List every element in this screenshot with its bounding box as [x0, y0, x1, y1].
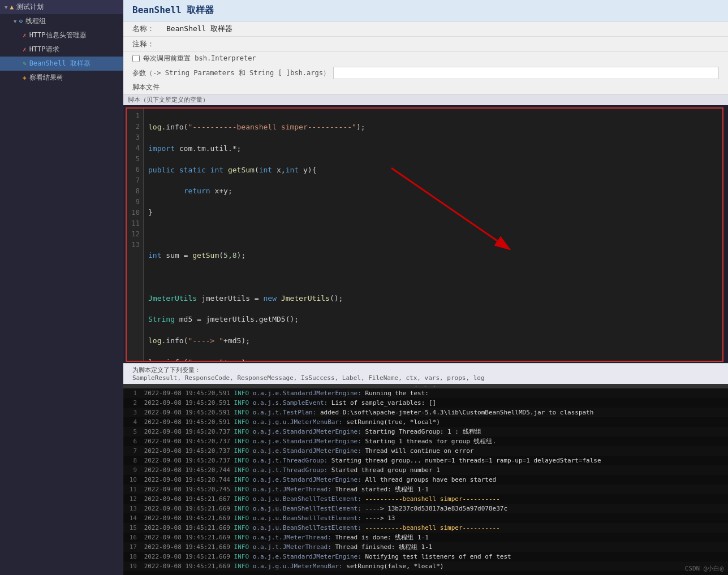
params-label: 参数（-> String Parameters 和 String [ ]bsh.… [132, 68, 330, 78]
name-row: 名称： BeanShell 取样器 [123, 21, 728, 37]
sidebar-item-label-http-request: HTTP请求 [29, 45, 59, 54]
sidebar-item-label-thread-group: 线程组 [25, 16, 46, 26]
log-line: 18 2022-09-08 19:45:21,669 INFO o.a.j.e.… [123, 552, 728, 561]
code-section-header: 脚本（贝下文所定义的空量） [123, 94, 728, 105]
http-header-icon: ✗ [23, 32, 27, 39]
config-panel: BeanShell 取样器 名称： BeanShell 取样器 注释： 每次调用… [123, 0, 728, 94]
log-line: 15 2022-09-08 19:45:21,669 INFO o.a.j.u.… [123, 523, 728, 533]
right-panel: BeanShell 取样器 名称： BeanShell 取样器 注释： 每次调用… [123, 0, 728, 575]
log-line: 4 2022-09-08 19:45:20,591 INFO o.a.j.g.u… [123, 417, 728, 427]
divider-handle[interactable]: · · · [123, 384, 728, 388]
log-line: 14 2022-09-08 19:45:21,669 INFO o.a.j.u.… [123, 513, 728, 523]
log-line: 11 2022-09-08 19:45:20,745 INFO o.a.j.t.… [123, 485, 728, 494]
collapse-arrow-icon: ▼ [5, 5, 7, 10]
comment-label: 注释： [132, 39, 166, 49]
variables-title: 为脚本定义了下列变量： [132, 366, 719, 374]
sidebar-item-result-tree[interactable]: ◈ 察看结果树 [0, 71, 123, 85]
collapse-arrow-icon2: ▼ [14, 19, 16, 24]
comment-row: 注释： [123, 37, 728, 52]
sidebar-item-label-result-tree: 察看结果树 [29, 73, 63, 83]
watermark: CSDN @小白@ [685, 564, 723, 573]
checkbox-row: 每次调用前重置 bsh.Interpreter [123, 52, 728, 65]
script-file-row: 脚本文件 [123, 81, 728, 94]
log-line: 12 2022-09-08 19:45:21,667 INFO o.a.j.u.… [123, 494, 728, 504]
sidebar-item-http-header[interactable]: ✗ HTTP信息头管理器 [0, 28, 123, 42]
log-line: 19 2022-09-08 19:45:21,669 INFO o.a.j.g.… [123, 561, 728, 571]
checkbox-label: 每次调用前重置 bsh.Interpreter [143, 54, 256, 63]
log-line: 17 2022-09-08 19:45:21,669 INFO o.a.j.t.… [123, 542, 728, 552]
code-editor[interactable]: 1 2 3 4 5 6 7 8 9 10 11 12 13 log. [127, 109, 722, 361]
name-label: 名称： [132, 24, 166, 34]
log-line: 16 2022-09-08 19:45:21,669 INFO o.a.j.t.… [123, 533, 728, 542]
sidebar-item-label-test-plan: 测试计划 [16, 2, 44, 12]
script-file-label: 脚本文件 [132, 83, 160, 91]
log-line: 5 2022-09-08 19:45:20,737 INFO o.a.j.e.S… [123, 427, 728, 436]
test-plan-icon: ▲ [10, 3, 14, 11]
log-line: 3 2022-09-08 19:45:20,591 INFO o.a.j.t.T… [123, 408, 728, 417]
sidebar-item-http-request[interactable]: ✗ HTTP请求 [0, 42, 123, 57]
log-line: 7 2022-09-08 19:45:20,737 INFO o.a.j.e.S… [123, 446, 728, 456]
log-line: 10 2022-09-08 19:45:20,744 INFO o.a.j.e.… [123, 475, 728, 485]
variables-section: 为脚本定义了下列变量： SampleResult, ResponseCode, … [123, 363, 728, 384]
params-row: 参数（-> String Parameters 和 String [ ]bsh.… [123, 65, 728, 81]
code-content[interactable]: log.info("----------beanshell simper----… [144, 109, 722, 361]
beanshell-icon: ✎ [23, 60, 27, 67]
log-panel: 1 2022-09-08 19:45:20,591 INFO o.a.j.e.S… [123, 388, 728, 575]
log-line: 9 2022-09-08 19:45:20,744 INFO o.a.j.t.T… [123, 465, 728, 475]
sidebar-item-thread-group[interactable]: ▼ ⚙ 线程组 [0, 14, 123, 28]
line-numbers: 1 2 3 4 5 6 7 8 9 10 11 12 13 [127, 109, 144, 361]
result-tree-icon: ◈ [23, 74, 27, 81]
sidebar-item-beanshell[interactable]: ✎ BeanShell 取样器 [0, 57, 123, 71]
http-request-icon: ✗ [23, 46, 27, 53]
sidebar: ▼ ▲ 测试计划 ▼ ⚙ 线程组 ✗ HTTP信息头管理器 ✗ HTTP请求 ✎… [0, 0, 123, 575]
config-title: BeanShell 取样器 [123, 0, 728, 21]
name-value[interactable]: BeanShell 取样器 [166, 24, 719, 34]
log-line: 13 2022-09-08 19:45:21,669 INFO o.a.j.u.… [123, 504, 728, 513]
params-input[interactable] [333, 67, 719, 79]
log-line: 6 2022-09-08 19:45:20,737 INFO o.a.j.e.S… [123, 436, 728, 446]
reset-checkbox[interactable] [132, 55, 140, 62]
sidebar-item-label-beanshell: BeanShell 取样器 [29, 59, 91, 68]
variables-list: SampleResult, ResponseCode, ResponseMess… [132, 374, 719, 382]
log-line: 2 2022-09-08 19:45:20,591 INFO o.a.j.s.S… [123, 398, 728, 408]
thread-group-icon: ⚙ [19, 18, 23, 25]
sidebar-item-test-plan[interactable]: ▼ ▲ 测试计划 [0, 0, 123, 14]
log-line: 8 2022-09-08 19:45:20,737 INFO o.a.j.t.T… [123, 456, 728, 465]
log-line: 1 2022-09-08 19:45:20,591 INFO o.a.j.e.S… [123, 388, 728, 398]
sidebar-item-label-http-header: HTTP信息头管理器 [29, 31, 87, 40]
